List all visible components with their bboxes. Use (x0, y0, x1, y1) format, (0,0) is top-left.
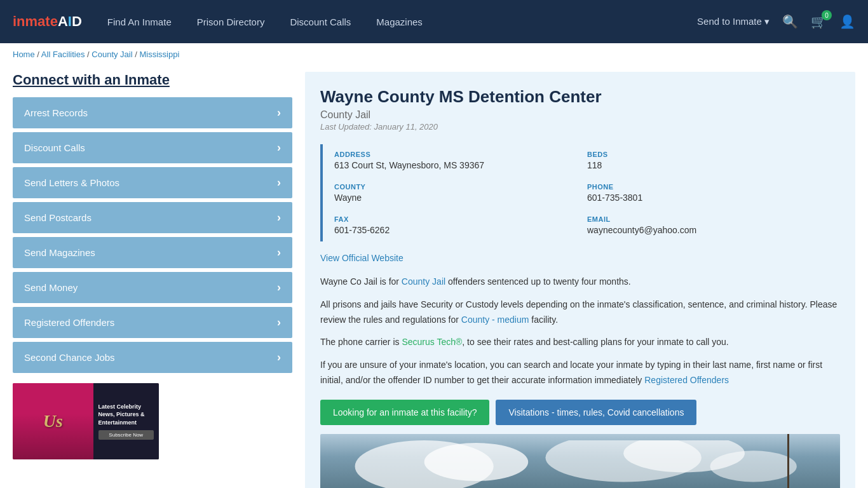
address-value: 613 Court St, Waynesboro, MS 39367 (334, 160, 587, 170)
breadcrumb: Home / All Facilities / County Jail / Mi… (0, 43, 868, 65)
arrow-icon: › (277, 281, 281, 294)
fax-label: FAX (334, 215, 587, 223)
description-4: If you are unsure of your inmate's locat… (320, 358, 840, 388)
beds-value: 118 (587, 160, 840, 170)
facility-photo (320, 434, 840, 488)
svg-point-4 (710, 451, 796, 482)
looking-for-inmate-button[interactable]: Looking for an inmate at this facility? (320, 400, 489, 425)
sidebar-title: Connect with an Inmate (13, 72, 292, 88)
sidebar-item-send-money[interactable]: Send Money › (13, 272, 292, 303)
description-2: All prisons and jails have Security or C… (320, 297, 840, 328)
county-jail-link-1[interactable]: County Jail (402, 276, 445, 287)
email-block: EMAIL waynecounty6@yahoo.com (587, 209, 840, 241)
sidebar-items: Arrest Records › Discount Calls › Send L… (13, 97, 292, 373)
county-label: COUNTY (334, 183, 587, 191)
ad-image: Us (13, 383, 93, 459)
facility-name: Wayne County MS Detention Center (320, 87, 840, 107)
facility-type: County Jail (320, 109, 840, 121)
securus-link[interactable]: Securus Tech® (402, 337, 462, 347)
facility-info-grid: ADDRESS 613 Court St, Waynesboro, MS 393… (320, 144, 840, 241)
phone-label: PHONE (587, 183, 840, 191)
email-value: waynecounty6@yahoo.com (587, 225, 840, 235)
nav-prison-directory[interactable]: Prison Directory (197, 17, 265, 27)
arrow-icon: › (277, 246, 281, 259)
svg-point-1 (424, 443, 529, 481)
phone-block: PHONE 601-735-3801 (587, 177, 840, 209)
arrow-icon: › (277, 106, 281, 119)
ad-subscribe-button[interactable]: Subscribe Now (98, 430, 154, 440)
phone-value: 601-735-3801 (587, 193, 840, 203)
navigation: inmateAID Find An Inmate Prison Director… (0, 0, 868, 43)
send-to-inmate-button[interactable]: Send to Inmate ▾ (697, 16, 770, 27)
sidebar-item-second-chance-jobs[interactable]: Second Chance Jobs › (13, 342, 292, 373)
address-block: ADDRESS 613 Court St, Waynesboro, MS 393… (334, 144, 587, 177)
cart-wrapper[interactable]: 🛒 0 (811, 14, 827, 29)
sidebar-item-registered-offenders[interactable]: Registered Offenders › (13, 307, 292, 338)
logo[interactable]: inmateAID (13, 13, 82, 30)
action-buttons: Looking for an inmate at this facility? … (320, 400, 840, 425)
county-value: Wayne (334, 193, 587, 203)
sidebar: Connect with an Inmate Arrest Records › … (13, 72, 292, 488)
fax-block: FAX 601-735-6262 (334, 209, 587, 241)
nav-magazines[interactable]: Magazines (376, 17, 423, 27)
arrow-icon: › (277, 316, 281, 329)
official-website-link[interactable]: View Official Website (320, 253, 403, 263)
description-1: Wayne Co Jail is for County Jail offende… (320, 274, 840, 290)
sidebar-item-send-letters[interactable]: Send Letters & Photos › (13, 167, 292, 198)
arrow-icon: › (277, 211, 281, 224)
beds-label: BEDS (587, 151, 840, 158)
ad-content: Latest Celebrity News, Pictures & Entert… (93, 383, 159, 459)
arrow-icon: › (277, 176, 281, 189)
description-3: The phone carrier is Securus Tech®, to s… (320, 335, 840, 350)
sidebar-advertisement[interactable]: Us Latest Celebrity News, Pictures & Ent… (13, 383, 159, 459)
county-medium-link[interactable]: County - medium (461, 315, 529, 325)
user-icon[interactable]: 👤 (839, 14, 855, 29)
arrow-icon: › (277, 351, 281, 364)
county-block: COUNTY Wayne (334, 177, 587, 209)
breadcrumb-mississippi[interactable]: Mississippi (139, 50, 179, 59)
sidebar-item-send-magazines[interactable]: Send Magazines › (13, 237, 292, 268)
registered-offenders-link[interactable]: Registered Offenders (644, 375, 729, 385)
breadcrumb-county-jail[interactable]: County Jail (92, 50, 132, 59)
sidebar-item-discount-calls[interactable]: Discount Calls › (13, 132, 292, 163)
breadcrumb-home[interactable]: Home (13, 50, 35, 59)
cart-count: 0 (822, 10, 832, 20)
address-label: ADDRESS (334, 151, 587, 158)
beds-block: BEDS 118 (587, 144, 840, 177)
arrow-icon: › (277, 141, 281, 154)
nav-find-inmate[interactable]: Find An Inmate (107, 17, 172, 27)
nav-links: Find An Inmate Prison Directory Discount… (107, 17, 697, 27)
fax-value: 601-735-6262 (334, 225, 587, 235)
visitations-button[interactable]: Visitations - times, rules, Covid cancel… (496, 400, 696, 425)
nav-discount-calls[interactable]: Discount Calls (290, 17, 351, 27)
sidebar-item-send-postcards[interactable]: Send Postcards › (13, 202, 292, 233)
breadcrumb-all-facilities[interactable]: All Facilities (41, 50, 85, 59)
sidebar-item-arrest-records[interactable]: Arrest Records › (13, 97, 292, 128)
main-content: Connect with an Inmate Arrest Records › … (0, 65, 868, 488)
detail-panel: Wayne County MS Detention Center County … (305, 72, 855, 488)
last-updated: Last Updated: January 11, 2020 (320, 122, 840, 132)
utility-pole (787, 434, 789, 488)
nav-right: Send to Inmate ▾ 🔍 🛒 0 👤 (697, 14, 855, 29)
search-icon[interactable]: 🔍 (782, 14, 798, 29)
email-label: EMAIL (587, 215, 840, 223)
